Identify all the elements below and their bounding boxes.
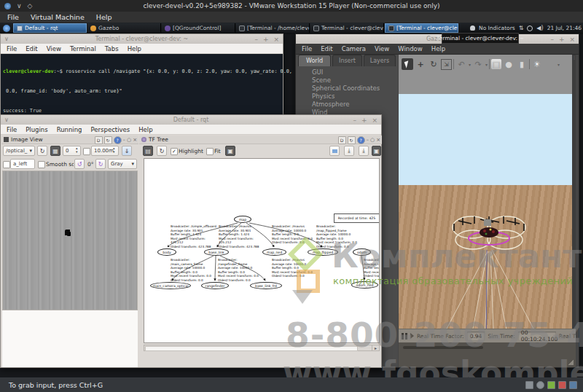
color-scheme-combobox[interactable]: Gray▾: [108, 159, 137, 169]
fit-checkbox[interactable]: [206, 148, 214, 155]
spinbox-arrows[interactable]: ▴▾: [76, 146, 78, 154]
redo-dropdown-icon[interactable]: ▾: [485, 62, 488, 67]
dock-settings-button[interactable]: D: [338, 136, 346, 144]
sim-time-value[interactable]: 00 00:10:24.100: [518, 332, 556, 340]
dock-close-icon[interactable]: ×: [133, 137, 137, 143]
minimize-icon[interactable]: –: [353, 117, 356, 124]
tab-layers[interactable]: Layers: [364, 55, 396, 66]
gazebo-menu-view[interactable]: View: [375, 45, 389, 52]
terminal-menu-edit[interactable]: Edit: [26, 45, 37, 52]
rqt-menu-help[interactable]: Help: [138, 126, 152, 133]
resize-grip[interactable]: [568, 360, 574, 365]
usb-device-icon[interactable]: [558, 381, 566, 389]
gazebo-menu-edit[interactable]: Edit: [321, 45, 332, 52]
redo-button[interactable]: ↷: [472, 58, 484, 70]
dock-reload-button[interactable]: ↻: [348, 136, 356, 144]
image-options-button[interactable]: ▦: [50, 146, 60, 156]
taskbar-button-rqt[interactable]: Default - rqt: [13, 23, 87, 33]
vmware-player-icon[interactable]: [4, 3, 11, 9]
scroll-right-button[interactable]: ▸: [372, 345, 379, 350]
maximize-icon[interactable]: +: [263, 36, 269, 43]
dock-reload-button[interactable]: ↻: [104, 136, 112, 144]
gazebo-menu-help[interactable]: Help: [431, 45, 445, 52]
insert-cylinder-button[interactable]: ▮: [516, 58, 528, 70]
taskbar-button-terminal-2[interactable]: Terminal - clever@clever-de...: [310, 23, 384, 33]
zoom-spinbox[interactable]: 0: [63, 146, 81, 156]
translate-tool-button[interactable]: +: [415, 58, 426, 70]
refresh-topics-button[interactable]: ↻: [37, 146, 47, 156]
rqt-menu-plugins[interactable]: Plugins: [26, 126, 47, 133]
insert-box-button[interactable]: □: [491, 59, 501, 69]
minimize-icon[interactable]: –: [254, 36, 258, 43]
tree-item-scene[interactable]: Scene: [296, 76, 396, 84]
tf-options-button[interactable]: ▣: [225, 146, 235, 156]
light-tool-icon[interactable]: ☀: [531, 58, 543, 70]
gazebo-viewport[interactable]: + ↻ ⇲ ↶ ▾ ↷ ▾ □ ● ▮ ☀ ▾ ⋮: [399, 55, 576, 367]
gazebo-menu-file[interactable]: File: [302, 45, 312, 52]
window-shade-icon[interactable]: ∨: [4, 34, 9, 44]
bell-icon[interactable]: [470, 26, 475, 31]
maximize-icon[interactable]: +: [361, 117, 367, 124]
dock-minimize-icon[interactable]: –: [123, 137, 126, 143]
dynamic-range-checkbox[interactable]: [83, 148, 90, 155]
undo-dropdown-icon[interactable]: ▾: [469, 62, 471, 67]
tab-world[interactable]: World: [298, 55, 331, 66]
right-panel-splitter[interactable]: ⋮: [572, 55, 576, 367]
dock-help-button[interactable]: ?: [114, 136, 122, 144]
terminal-menu-tabs[interactable]: Tabs: [105, 45, 119, 52]
vmware-menu-file[interactable]: File: [7, 13, 19, 21]
zoom-in-button[interactable]: ⤓: [344, 146, 354, 156]
step-button[interactable]: [410, 333, 414, 339]
mouse-topic-field[interactable]: a_left: [10, 159, 35, 169]
highlight-checkbox[interactable]: ✓: [171, 148, 178, 155]
dock-help-button[interactable]: ?: [357, 136, 365, 144]
vmware-fullscreen-icon[interactable]: ◇: [28, 2, 33, 9]
pause-button[interactable]: [402, 333, 407, 340]
smooth-scaling-checkbox[interactable]: [38, 161, 45, 168]
terminal-menu-terminal[interactable]: Terminal: [70, 45, 96, 52]
rotate-ccw-button[interactable]: ↺: [74, 159, 85, 169]
undo-button[interactable]: ↶: [455, 58, 467, 70]
dock-close-icon[interactable]: ×: [376, 137, 380, 143]
vmware-menu-virtual-machine[interactable]: Virtual Machine: [31, 13, 85, 21]
applications-menu-icon[interactable]: [3, 25, 10, 32]
scale-tool-button[interactable]: ⇲: [441, 59, 452, 70]
scrollbar-thumb[interactable]: [145, 346, 358, 351]
tf-horizontal-scrollbar[interactable]: ▸: [144, 345, 380, 351]
network-updown-icon[interactable]: ⇅: [519, 25, 524, 31]
terminal-menu-file[interactable]: File: [7, 45, 17, 52]
vmware-menu-help[interactable]: Help: [96, 13, 112, 21]
spinbox-arrows[interactable]: ▴▾: [113, 146, 115, 154]
save-image-button[interactable]: ⇓: [122, 146, 132, 156]
tree-item-gui[interactable]: GUI: [296, 68, 396, 76]
tree-item-atmosphere[interactable]: Atmosphere: [296, 100, 396, 108]
volume-icon[interactable]: ◀): [536, 25, 543, 31]
horizontal-scrollbar[interactable]: [403, 346, 483, 349]
topic-combobox[interactable]: /optical_▾: [3, 146, 35, 156]
dock-float-icon[interactable]: ○: [370, 137, 375, 143]
tree-item-physics[interactable]: Physics: [296, 92, 396, 100]
gazebo-menu-camera[interactable]: Camera: [342, 45, 366, 52]
taskbar-button-terminal-3[interactable]: [Terminal - clever@clever-de...: [385, 23, 458, 33]
terminal-content[interactable]: clever@clever-dev:~$ rosservice call /na…: [1, 54, 283, 114]
publish-click-checkbox[interactable]: [3, 161, 10, 168]
network-device-icon[interactable]: [547, 381, 555, 389]
tree-item-spherical[interactable]: Spherical Coordinates: [296, 84, 396, 92]
window-shade-icon[interactable]: ∨: [4, 115, 9, 125]
zoom-out-button[interactable]: ⤓: [359, 146, 369, 156]
rotate-cw-button[interactable]: ↻: [95, 159, 106, 169]
sound-device-icon[interactable]: [569, 381, 577, 389]
toolbar-overflow-icon[interactable]: ▾: [557, 62, 560, 67]
harddisk-device-icon[interactable]: [525, 381, 533, 389]
taskbar-button-gazebo[interactable]: Gazebo: [87, 23, 161, 33]
minimize-icon[interactable]: –: [550, 36, 554, 43]
maximize-icon[interactable]: +: [559, 36, 565, 43]
save-dot-button[interactable]: ▤: [143, 146, 153, 156]
cdrom-device-icon[interactable]: [536, 381, 544, 389]
close-icon[interactable]: ×: [372, 117, 377, 124]
tf-refresh-button[interactable]: ↻: [157, 146, 167, 156]
taskbar-button-terminal-1[interactable]: [Terminal - /home/clever/cat...: [236, 23, 310, 33]
terminal-menu-view[interactable]: View: [47, 45, 61, 52]
export-image-button[interactable]: ▣: [372, 146, 381, 156]
tab-insert[interactable]: Insert: [332, 55, 362, 66]
